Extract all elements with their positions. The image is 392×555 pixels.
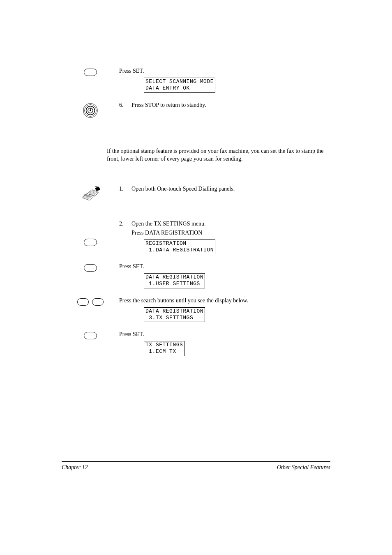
step-2-sub1: Press DATA REGISTRATION (131, 230, 330, 236)
dialling-panel-icon (81, 187, 100, 206)
set-button-icon (84, 332, 97, 339)
step-2-press-set: Press SET. DATA REGISTRATION 1.USER SETT… (62, 263, 330, 293)
step-2-number: 2. (119, 221, 131, 227)
step-2: 2.Open the TX SETTINGS menu. Press DATA … (62, 221, 330, 238)
step-1-number: 1. (119, 186, 131, 192)
lcd-display-user-settings: DATA REGISTRATION 1.USER SETTINGS (144, 273, 205, 288)
press-set-label-2: Press SET. (119, 263, 330, 270)
step-2-press-set-4: Press SET. TX SETTINGS 1.ECM TX (62, 331, 330, 361)
press-set-label-4: Press SET. (119, 331, 330, 338)
lcd-display-registration: REGISTRATION 1.DATA REGISTRATION (144, 240, 215, 255)
set-button-icon (84, 264, 97, 272)
lcd-display-tx-settings: DATA REGISTRATION 3.TX SETTINGS (144, 307, 205, 322)
page-content: Press SET. SELECT SCANNING MODE DATA ENT… (0, 0, 392, 555)
search-next-button-icon (92, 298, 104, 306)
lcd-display-ecm-tx: TX SETTINGS 1.ECM TX (144, 341, 184, 356)
step-6-number: 6. (119, 102, 131, 108)
step-2-data-reg: REGISTRATION 1.DATA REGISTRATION (62, 238, 330, 260)
step-6: 6.Press STOP to return to standby. (62, 102, 330, 118)
set-button-icon (84, 69, 97, 76)
press-search-label: Press the search buttons until you see t… (119, 297, 330, 304)
step-2-text: Open the TX SETTINGS menu. (131, 221, 206, 227)
search-prev-button-icon (77, 298, 89, 306)
page-footer: Chapter 12 Other Special Features (62, 461, 330, 471)
lcd-display-scanning-mode: SELECT SCANNING MODE DATA ENTRY OK (144, 78, 215, 93)
step-1-text: Open both One-touch Speed Dialling panel… (131, 186, 235, 192)
intro-paragraph: If the optional stamp feature is provide… (107, 147, 330, 163)
step-1: 1.Open both One-touch Speed Dialling pan… (62, 186, 330, 206)
press-set-label-a: Press SET. (119, 68, 330, 74)
step-press-set-a: Press SET. SELECT SCANNING MODE DATA ENT… (62, 68, 330, 98)
footer-chapter: Chapter 12 (62, 464, 88, 471)
step-6-text: Press STOP to return to standby. (131, 102, 206, 108)
step-2-search: Press the search buttons until you see t… (62, 297, 330, 327)
stop-button-icon (83, 103, 98, 118)
footer-title: Other Special Features (277, 464, 330, 471)
data-registration-button-icon (84, 239, 97, 246)
